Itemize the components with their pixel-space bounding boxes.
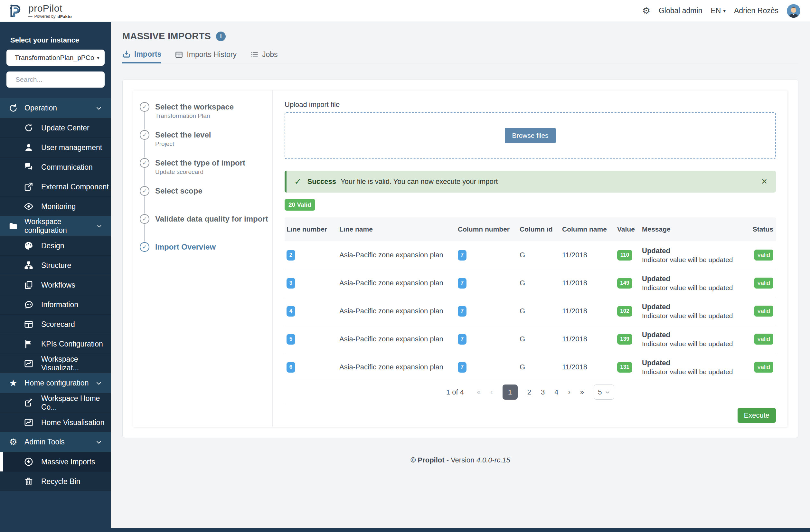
status-badge: valid (754, 278, 773, 289)
col-header-line-number: Line number (285, 225, 337, 233)
sidebar-item-update-center[interactable]: Update Center (0, 118, 111, 138)
message-title: Updated (642, 359, 745, 367)
page-button-4[interactable]: 4 (554, 388, 558, 397)
step-import-overview[interactable]: ✓ Import Overview (140, 242, 269, 270)
top-bar: proPilot — Powered by dFakto ⚙ Global ad… (0, 0, 810, 22)
search-input[interactable] (15, 76, 103, 83)
col-header-message: Message (640, 225, 745, 233)
message-title: Updated (642, 303, 745, 311)
chevron-down-icon (605, 390, 610, 395)
sidebar-item-communication[interactable]: Communication (0, 157, 111, 177)
step-select-workspace[interactable]: ✓ Select the workspace Transformation Pl… (140, 102, 269, 130)
sidebar-search[interactable] (6, 71, 104, 87)
user-avatar[interactable] (787, 4, 800, 18)
instance-select[interactable]: TransformationPlan_pPCom... ▾ (6, 50, 104, 66)
tab-label: Jobs (262, 50, 278, 59)
step-title: Select the type of import (155, 158, 269, 168)
item-label: Information (41, 301, 78, 309)
sidebar-section-workspace-configuration[interactable]: Workspace configuration (0, 216, 111, 236)
previous-page-icon[interactable]: ‹ (490, 388, 492, 397)
item-label: Workspace Home Co... (41, 394, 111, 412)
step-title: Select the workspace (155, 102, 269, 112)
instance-label: Select your instance (10, 36, 111, 45)
app-logo: proPilot — Powered by dFakto (9, 3, 72, 19)
tab-imports-history[interactable]: Imports History (175, 50, 237, 63)
column-number-badge: 7 (458, 334, 467, 344)
chevron-down-icon (95, 104, 103, 112)
tab-jobs[interactable]: Jobs (250, 50, 278, 63)
page-button-2[interactable]: 2 (527, 388, 531, 397)
language-selector[interactable]: EN ▾ (711, 6, 725, 15)
first-page-icon[interactable]: « (477, 388, 481, 397)
sidebar-item-workflows[interactable]: Workflows (0, 275, 111, 295)
success-alert: ✓ Success Your file is valid. You can no… (285, 171, 776, 193)
next-page-icon[interactable]: › (568, 388, 570, 397)
sidebar-item-scorecard[interactable]: Scorecard (0, 314, 111, 334)
item-label: Update Center (41, 124, 90, 132)
line-name-cell: Asia-Pacific zone expansion plan (337, 335, 456, 343)
line-number-badge: 6 (287, 362, 295, 373)
tab-imports[interactable]: Imports (122, 50, 161, 63)
dfakto-brand: dFakto (58, 14, 72, 19)
browse-files-button[interactable]: Browse files (505, 128, 555, 143)
flag-icon (24, 339, 33, 349)
settings-gear-icon[interactable]: ⚙ (642, 6, 650, 15)
value-badge: 102 (617, 306, 632, 317)
sidebar-item-massive-imports[interactable]: Massive Imports (0, 452, 111, 471)
chevron-down-icon (96, 222, 103, 230)
page-title: MASSIVE IMPORTS (122, 31, 211, 42)
sidebar-item-workspace-home-configuration[interactable]: Workspace Home Co... (0, 393, 111, 413)
step-title: Import Overview (155, 242, 269, 252)
table-row: 3 Asia-Pacific zone expansion plan 7 G 1… (285, 269, 776, 297)
close-icon[interactable]: ✕ (761, 177, 767, 186)
role-label[interactable]: Global admin (659, 6, 702, 15)
sidebar-item-workspace-visualization[interactable]: Workspace Visualizat... (0, 354, 111, 373)
step-select-type[interactable]: ✓ Select the type of import Update score… (140, 158, 269, 186)
sidebar-item-external-component[interactable]: External Component (0, 177, 111, 196)
item-label: Structure (41, 261, 71, 270)
last-page-icon[interactable]: » (580, 388, 584, 397)
step-subtitle: Transformation Plan (155, 112, 269, 119)
sidebar-item-home-visualisation[interactable]: Home Visualisation (0, 413, 111, 432)
edit-icon (24, 398, 33, 408)
step-select-scope[interactable]: ✓ Select scope (140, 186, 269, 214)
sidebar-item-design[interactable]: Design (0, 236, 111, 255)
sidebar-item-information[interactable]: Information (0, 295, 111, 314)
column-id-cell: G (518, 251, 560, 259)
sidebar-item-user-management[interactable]: User management (0, 138, 111, 157)
sidebar-item-recycle-bin[interactable]: Recycle Bin (0, 471, 111, 491)
column-name-cell: 11/2018 (560, 307, 615, 315)
col-header-value: Value (615, 225, 640, 233)
step-subtitle: Update scorecard (155, 168, 269, 176)
step-validate-data-quality[interactable]: ✓ Validate data quality for import (140, 214, 269, 242)
sidebar-item-monitoring[interactable]: Monitoring (0, 196, 111, 216)
sidebar-item-structure[interactable]: Structure (0, 255, 111, 275)
step-title: Select the level (155, 130, 269, 140)
page-button-3[interactable]: 3 (541, 388, 545, 397)
page-size-select[interactable]: 5 (594, 385, 614, 400)
download-tray-icon (122, 50, 131, 58)
trash-icon (24, 477, 33, 486)
item-label: Home Visualisation (41, 418, 104, 427)
execute-button[interactable]: Execute (738, 408, 776, 423)
sidebar-item-kpis-configuration[interactable]: KPIs Configuration (0, 334, 111, 354)
sidebar-section-operation[interactable]: Operation (0, 98, 111, 118)
step-select-level[interactable]: ✓ Select the level Project (140, 130, 269, 158)
section-label: Workspace configuration (25, 217, 96, 235)
user-name[interactable]: Adrien Rozès (734, 6, 778, 15)
column-number-badge: 7 (458, 250, 467, 260)
chevron-down-icon (95, 380, 103, 387)
column-name-cell: 11/2018 (560, 335, 615, 343)
upload-dropzone[interactable]: Browse files (285, 112, 776, 159)
chart-icon (24, 418, 33, 428)
info-icon[interactable]: i (216, 32, 226, 41)
page-button-1[interactable]: 1 (503, 385, 518, 400)
dash: — (28, 14, 33, 19)
footer: © Propilot - Version 4.0.0-rc.15 (122, 456, 798, 464)
item-label: Massive Imports (41, 457, 95, 466)
sidebar-section-home-configuration[interactable]: ★ Home configuration (0, 373, 111, 393)
line-number-badge: 4 (287, 306, 295, 317)
brand-tagline: — Powered by dFakto (28, 14, 72, 19)
sidebar-section-admin-tools[interactable]: ⚙ Admin Tools (0, 432, 111, 452)
alert-title: Success (307, 177, 336, 186)
